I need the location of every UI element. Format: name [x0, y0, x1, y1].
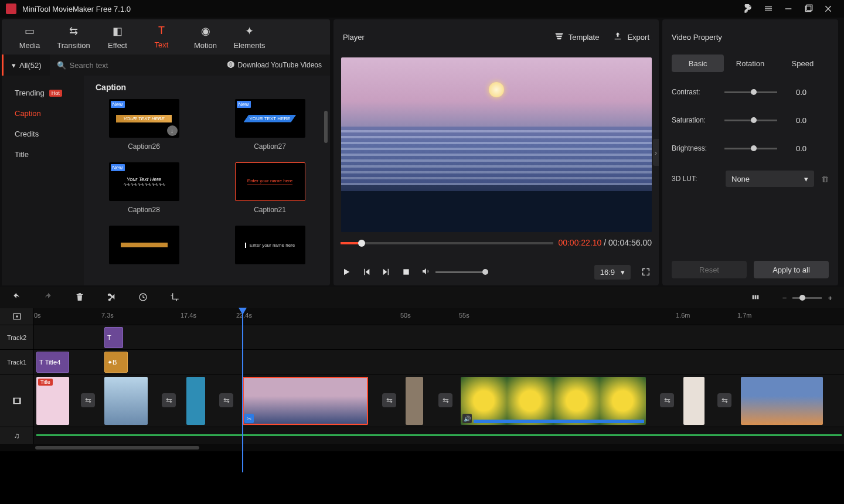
svg-rect-5	[752, 295, 754, 299]
zoom-in-icon[interactable]: +	[828, 294, 832, 302]
text-clip-track2[interactable]: T	[104, 327, 123, 348]
thumb-caption28[interactable]: NewYour Text Here∿∿∿∿∿∿∿∿∿∿∿∿ Caption28	[96, 162, 192, 214]
fit-button[interactable]	[751, 292, 760, 304]
cat-trending[interactable]: TrendingHot	[2, 83, 84, 103]
text-icon: T	[158, 25, 165, 37]
zoom-control[interactable]: − +	[782, 294, 832, 302]
video-clip-1[interactable]: Title	[36, 377, 69, 425]
thumb-extra2[interactable]: Enter your name here	[222, 226, 318, 277]
saturation-slider[interactable]	[724, 120, 777, 121]
tab-text[interactable]: TText	[139, 19, 183, 55]
svg-rect-10	[13, 398, 15, 403]
thumb-caption21[interactable]: Enter your name here Caption21	[222, 162, 318, 214]
transition-2[interactable]: ⇆	[162, 393, 176, 407]
maximize-icon[interactable]	[798, 0, 818, 18]
search-text[interactable]: 🔍Search text	[50, 61, 219, 70]
video-clip-3[interactable]	[186, 377, 205, 425]
library-scrollbar[interactable]	[324, 111, 328, 143]
playhead[interactable]	[242, 308, 243, 472]
timeline-scrollbar[interactable]	[0, 444, 844, 451]
delete-button[interactable]	[75, 292, 84, 304]
cat-title[interactable]: Title	[2, 144, 84, 165]
download-youtube[interactable]: ⓿Download YouTube Videos	[219, 61, 330, 69]
zoom-out-icon[interactable]: −	[782, 294, 787, 302]
scissors-icon: ✂	[244, 414, 254, 423]
scrubber[interactable]: 00:00:22.10 / 00:04:56.00	[333, 235, 659, 258]
thumb-extra1[interactable]	[96, 226, 192, 277]
title-bar: MiniTool MovieMaker Free 7.1.0	[0, 0, 844, 18]
video-clip-6[interactable]: 🔊	[461, 377, 646, 425]
trash-icon[interactable]: 🗑	[821, 175, 829, 183]
download-icon: ⓿	[227, 61, 234, 69]
fullscreen-button[interactable]	[641, 267, 651, 277]
chevron-down-icon: ▾	[804, 175, 808, 183]
template-button[interactable]: Template	[554, 32, 600, 43]
transition-7[interactable]: ⇆	[717, 393, 731, 407]
track2-label: Track2	[0, 325, 34, 349]
tab-media[interactable]: ▭Media	[8, 19, 52, 55]
proptab-speed[interactable]: Speed	[777, 55, 829, 72]
transition-1[interactable]: ⇆	[81, 393, 95, 407]
music-track[interactable]	[34, 427, 844, 444]
time-ruler[interactable]: 0s 7.3s 17.4s 22.4s 50s 55s 1.6m 1.7m	[34, 308, 844, 325]
split-button[interactable]	[107, 292, 116, 304]
transition-4[interactable]: ⇆	[382, 393, 396, 407]
tab-motion[interactable]: ◉Motion	[183, 19, 227, 55]
video-clip-4[interactable]: ✂	[243, 377, 368, 425]
timeline: 0s 7.3s 17.4s 22.4s 50s 55s 1.6m 1.7m Tr…	[0, 308, 844, 451]
preview-canvas[interactable]	[341, 57, 652, 232]
speed-button[interactable]	[138, 292, 148, 304]
svg-rect-11	[19, 398, 21, 403]
proptab-basic[interactable]: Basic	[672, 55, 724, 72]
menu-icon[interactable]	[758, 0, 778, 18]
cat-caption[interactable]: Caption	[2, 103, 84, 124]
video-clip-7[interactable]	[683, 377, 705, 425]
transition-6[interactable]: ⇆	[660, 393, 674, 407]
add-track-button[interactable]	[0, 308, 34, 325]
stop-button[interactable]	[401, 267, 411, 277]
brightness-slider[interactable]	[724, 148, 777, 149]
lut-select[interactable]: None▾	[726, 171, 814, 187]
hot-badge: Hot	[49, 90, 62, 97]
video-clip-5[interactable]	[406, 377, 423, 425]
video-clip-2[interactable]	[104, 377, 148, 425]
video-clip-8[interactable]	[741, 377, 823, 425]
cat-credits[interactable]: Credits	[2, 124, 84, 144]
category-list: TrendingHot Caption Credits Title	[2, 76, 84, 285]
tab-transition[interactable]: ⇆Transition	[52, 19, 96, 55]
redo-button[interactable]	[43, 292, 53, 304]
volume-control[interactable]	[421, 267, 488, 278]
app-logo	[6, 4, 16, 14]
next-button[interactable]	[382, 267, 391, 277]
download-icon: ↓	[167, 125, 178, 136]
reset-button[interactable]: Reset	[672, 261, 747, 278]
title-clip-track1[interactable]: T Title4	[36, 352, 69, 373]
play-button[interactable]	[342, 267, 351, 277]
close-icon[interactable]	[818, 0, 838, 18]
motion-icon: ◉	[201, 25, 210, 38]
thumb-caption26[interactable]: NewYOUR TEXT HERE↓ Caption26	[96, 99, 192, 151]
contrast-row: Contrast: 0.0	[672, 78, 829, 106]
apply-all-button[interactable]: Apply to all	[754, 261, 829, 278]
property-title: Video Property	[662, 19, 838, 55]
export-icon	[613, 32, 622, 43]
category-all[interactable]: ▾All(52)	[2, 55, 50, 76]
minimize-icon[interactable]	[778, 0, 798, 18]
saturation-row: Saturation: 0.0	[672, 106, 829, 134]
proptab-rotation[interactable]: Rotation	[724, 55, 776, 72]
transition-3[interactable]: ⇆	[219, 393, 233, 407]
crop-button[interactable]	[170, 292, 179, 304]
thumb-caption27[interactable]: NewYOUR TEXT HERE Caption27	[222, 99, 318, 151]
tab-effect[interactable]: ◧Effect	[96, 19, 139, 55]
panel-collapse-handle[interactable]: ›	[653, 139, 659, 166]
transition-5[interactable]: ⇆	[438, 393, 452, 407]
aspect-ratio[interactable]: 16:9▾	[594, 265, 631, 280]
svg-rect-3	[403, 269, 409, 274]
contrast-slider[interactable]	[724, 91, 777, 93]
prev-button[interactable]	[362, 267, 371, 277]
key-icon[interactable]	[738, 0, 758, 18]
undo-button[interactable]	[12, 292, 21, 304]
tab-elements[interactable]: ✦Elements	[227, 19, 271, 55]
export-button[interactable]: Export	[613, 32, 649, 43]
element-clip-track1[interactable]: ✦ B	[104, 352, 128, 373]
